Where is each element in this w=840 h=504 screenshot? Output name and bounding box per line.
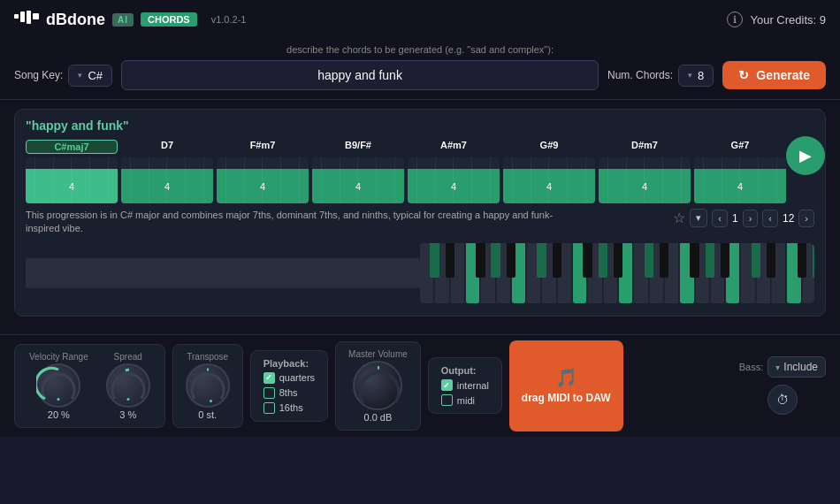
next-total-button[interactable]: ›	[798, 210, 814, 227]
song-key-selector[interactable]: ▾ C#	[68, 65, 112, 87]
key-dropdown-icon: ▾	[78, 71, 82, 80]
quarters-option[interactable]: ✓ quarters	[263, 372, 315, 384]
internal-checkbox[interactable]: ✓	[441, 379, 453, 391]
chord-name-7[interactable]: G#7	[694, 140, 786, 154]
chord-bar-2[interactable]: 4	[217, 157, 309, 203]
black-key[interactable]	[660, 243, 668, 278]
eighths-option[interactable]: 8ths	[263, 387, 315, 399]
playback-group: Playback: ✓ quarters 8ths 16ths	[250, 350, 328, 422]
quarters-checkbox[interactable]: ✓	[263, 372, 275, 384]
black-key[interactable]	[537, 243, 546, 278]
quarters-label: quarters	[279, 372, 315, 383]
chord-name-1[interactable]: D7	[121, 140, 213, 154]
black-key[interactable]	[491, 243, 500, 278]
chord-bar-4[interactable]: 4	[408, 157, 500, 203]
logo: dBdone AI CHORDS v1.0.2-1	[14, 11, 246, 29]
transpose-knob[interactable]	[186, 363, 230, 408]
bass-include-label: Include	[783, 361, 818, 373]
chord-name-5[interactable]: G#9	[503, 140, 595, 154]
black-key[interactable]	[583, 243, 592, 278]
chord-bar-0[interactable]: 4	[26, 157, 118, 203]
black-key[interactable]	[690, 243, 699, 278]
generate-button[interactable]: ↻ Generate	[722, 61, 826, 89]
output-label: Output:	[441, 365, 489, 376]
chord-nav: ☆ ▾ ‹ 1 › ‹ 12 ›	[673, 209, 814, 227]
svg-rect-3	[33, 13, 39, 19]
black-key[interactable]	[767, 243, 775, 278]
checkmark-internal: ✓	[443, 381, 450, 390]
num-chords-label: Num. Chords:	[607, 69, 673, 81]
black-key[interactable]	[614, 243, 622, 278]
svg-rect-4	[26, 258, 420, 288]
black-key[interactable]	[553, 243, 561, 278]
chord-name-4[interactable]: A#m7	[408, 140, 500, 154]
black-key[interactable]	[446, 243, 454, 278]
chord-bar-7[interactable]: 4	[694, 157, 786, 203]
prompt-input[interactable]	[121, 60, 599, 90]
chord-panel-footer: This progression is in C# major and comb…	[26, 209, 814, 243]
chord-name-0[interactable]: C#maj7	[26, 140, 118, 154]
history-button[interactable]: ⏱	[767, 385, 798, 415]
sixteenths-checkbox[interactable]	[263, 402, 275, 414]
transpose-label: Transpose	[187, 352, 228, 362]
spread-label: Spread	[114, 352, 142, 362]
header: dBdone AI CHORDS v1.0.2-1 ℹ Your Credits…	[0, 0, 840, 39]
expand-button[interactable]: ▾	[690, 209, 707, 227]
chord-panel: "happy and funk" C#maj7 D7 F#m7 B9/F# A#…	[14, 109, 826, 317]
transpose-group: Transpose 0 st.	[172, 344, 243, 428]
chord-bar-6[interactable]: 4	[599, 157, 691, 203]
prev-total-button[interactable]: ‹	[762, 210, 778, 227]
black-key[interactable]	[706, 243, 714, 278]
bass-dropdown-arrow: ▾	[775, 363, 780, 372]
master-volume-knob[interactable]	[353, 361, 402, 410]
song-key-group: Song Key: ▾ C#	[14, 65, 112, 87]
midi-checkbox[interactable]	[441, 394, 453, 406]
black-key[interactable]	[430, 243, 439, 278]
velocity-range-control: Velocity Range 20 %	[29, 352, 88, 420]
velocity-range-knob[interactable]	[36, 363, 80, 408]
black-key[interactable]	[798, 243, 806, 278]
black-key[interactable]	[752, 243, 760, 278]
black-key[interactable]	[813, 243, 814, 278]
spread-knob[interactable]	[106, 363, 150, 408]
black-key[interactable]	[507, 243, 515, 278]
midi-drag-button[interactable]: 🎵 drag MIDI to DAW	[509, 340, 623, 431]
internal-label: internal	[457, 380, 489, 391]
ai-badge: AI	[112, 13, 134, 27]
output-group: Output: ✓ internal midi	[428, 357, 502, 414]
piano-whites	[420, 243, 814, 303]
logo-icon	[14, 11, 39, 28]
black-key[interactable]	[599, 243, 607, 278]
chord-bar-5[interactable]: 4	[503, 157, 595, 203]
chord-name-6[interactable]: D#m7	[599, 140, 691, 154]
chord-name-3[interactable]: B9/F#	[312, 140, 404, 154]
header-right: ℹ Your Credits: 9	[727, 11, 826, 27]
favorite-button[interactable]: ☆	[673, 210, 685, 226]
volume-knob-arc	[355, 363, 404, 412]
chord-name-2[interactable]: F#m7	[217, 140, 309, 154]
info-button[interactable]: ℹ	[727, 11, 743, 27]
bass-include-row: Bass: ▾ Include	[739, 356, 826, 378]
checkmark: ✓	[265, 373, 272, 382]
play-button[interactable]: ▶	[786, 136, 825, 175]
bass-include-button[interactable]: ▾ Include	[767, 356, 826, 378]
song-key-value: C#	[88, 69, 103, 82]
next-page-button[interactable]: ›	[743, 210, 759, 227]
num-chords-selector[interactable]: ▾ 8	[678, 65, 714, 87]
eighths-checkbox[interactable]	[263, 387, 275, 399]
midi-option[interactable]: midi	[441, 394, 489, 406]
prev-page-button[interactable]: ‹	[712, 210, 728, 227]
chord-bar-1[interactable]: 4	[121, 157, 213, 203]
internal-option[interactable]: ✓ internal	[441, 379, 489, 391]
piano-keys-container	[420, 243, 814, 303]
piano-svg: for(let i=0;i<52;i++) { ... }	[26, 243, 420, 303]
piano-keyboard: for(let i=0;i<52;i++) { ... }	[26, 243, 814, 303]
sixteenths-option[interactable]: 16ths	[263, 402, 315, 414]
black-key[interactable]	[645, 243, 653, 278]
black-key[interactable]	[721, 243, 729, 278]
chord-bar-3[interactable]: 4	[312, 157, 404, 203]
num-chords-dropdown-icon: ▾	[688, 71, 692, 80]
num-chords-value: 8	[698, 69, 704, 82]
master-volume-value: 0.0 dB	[364, 412, 393, 423]
black-key[interactable]	[476, 243, 485, 278]
